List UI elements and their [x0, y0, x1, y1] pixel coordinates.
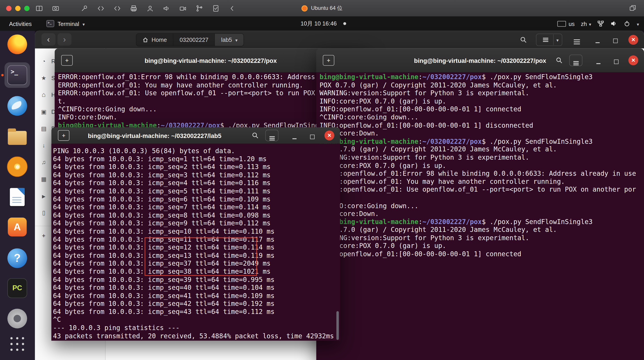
gnome-top-bar: Activities Terminal 10月 10 16:46 us zh — [0, 16, 644, 31]
dock-item-ubuntu-software[interactable] — [4, 214, 30, 240]
pycharm-icon — [8, 278, 27, 298]
document-check-icon[interactable] — [212, 4, 220, 12]
breadcrumb-folder-lab5[interactable]: lab5 — [215, 34, 244, 46]
dock-item-show-applications[interactable] — [4, 331, 30, 357]
minimize-button[interactable] — [592, 35, 602, 44]
back-button[interactable] — [42, 33, 56, 46]
breadcrumb-home[interactable]: Home — [136, 34, 174, 46]
app-menu-label: Terminal — [58, 20, 79, 27]
terminal-line: 64 bytes from 10.0.0.3: icmp_seq=3 ttl=6… — [53, 171, 340, 179]
terminal-headerbar[interactable]: bing@bing-virtual-machine: ~/032002227/l… — [52, 127, 340, 144]
recent-icon — [40, 58, 47, 64]
volume-icon — [610, 20, 618, 27]
scrollbar[interactable] — [336, 311, 339, 340]
close-button[interactable] — [628, 56, 638, 65]
video-camera-icon[interactable] — [179, 4, 187, 12]
files-headerbar[interactable]: Home 032002227 lab5 — [35, 31, 644, 49]
vm-title-text: Ubuntu 64 位 — [311, 4, 342, 12]
macos-fullscreen-button[interactable] — [24, 6, 30, 11]
terminal-line: 64 bytes from 10.0.0.3: icmp_seq=7 ttl=6… — [53, 203, 340, 211]
terminal-line: POX 0.7.0 (gar) / Copyright 2011-2020 Ja… — [320, 226, 644, 234]
show-applications-icon — [9, 336, 26, 352]
terminal-line: 64 bytes from 10.0.0.3: icmp_seq=10 ttl=… — [53, 228, 340, 236]
system-status-area[interactable]: us zh — [558, 16, 639, 31]
close-button[interactable] — [324, 130, 334, 140]
rhythmbox-icon — [7, 156, 28, 177]
files-menu-button[interactable] — [574, 39, 580, 40]
dock-item-files[interactable] — [4, 124, 30, 149]
terminal-title: bing@bing-virtual-machine: ~/032002227/l… — [68, 127, 242, 144]
macos-minimize-button[interactable] — [15, 6, 20, 11]
window-restore-icon[interactable] — [629, 4, 636, 14]
keyboard-icon — [558, 21, 566, 26]
chevron-down-icon — [589, 20, 591, 27]
clock[interactable]: 10月 10 16:46 — [300, 16, 346, 31]
documents-icon — [40, 125, 47, 132]
chevron-down-icon — [637, 20, 639, 27]
maximize-button[interactable] — [611, 56, 621, 65]
dock-item-help[interactable] — [4, 246, 30, 271]
wrench-icon[interactable] — [80, 4, 88, 12]
terminal-headerbar[interactable]: bing@bing-virtual-machine: ~/032002227/p… — [316, 48, 644, 73]
search-button[interactable] — [520, 36, 527, 43]
new-tab-button[interactable] — [323, 55, 334, 66]
macos-close-button[interactable] — [6, 6, 12, 11]
back-chevron-icon[interactable] — [228, 4, 236, 12]
terminal-menu-button[interactable] — [569, 54, 582, 66]
search-button[interactable] — [556, 57, 562, 64]
thunderbird-icon — [8, 96, 27, 116]
terminal-line: bing@bing-virtual-machine:~/032002227/po… — [320, 218, 644, 226]
maximize-button[interactable] — [610, 35, 620, 44]
macos-traffic-lights — [6, 6, 30, 11]
libreoffice-writer-icon — [10, 188, 24, 206]
code-chevrons-icon[interactable] — [97, 4, 105, 12]
trash-icon — [40, 209, 47, 216]
dock-item-pycharm[interactable] — [4, 276, 30, 301]
terminal-line: bing@bing-virtual-machine:~/032002227/po… — [320, 73, 644, 81]
printer-icon[interactable] — [130, 4, 138, 12]
dock-item-firefox[interactable] — [4, 32, 30, 57]
terminal-line: t. — [320, 194, 644, 202]
dock-item-terminal[interactable] — [4, 62, 30, 88]
terminal-output[interactable]: bing@bing-virtual-machine:~/032002227/po… — [316, 72, 644, 360]
dock-item-settings[interactable] — [4, 306, 30, 332]
new-tab-button[interactable] — [61, 55, 73, 66]
annotation-rectangle — [145, 237, 257, 276]
terminal-line: ^C — [53, 316, 340, 324]
search-button[interactable] — [252, 132, 259, 139]
terminal-line: PING 10.0.0.3 (10.0.0.3) 56(84) bytes of… — [53, 147, 340, 155]
branch-icon[interactable] — [196, 4, 203, 12]
app-menu[interactable]: Terminal — [46, 16, 85, 31]
terminal-icon — [8, 65, 27, 85]
files-icon — [8, 131, 26, 145]
dock-item-rhythmbox[interactable] — [4, 154, 30, 179]
terminal-line: 64 bytes from 10.0.0.3: icmp_seq=1 ttl=6… — [53, 155, 340, 163]
forward-button[interactable] — [58, 33, 71, 46]
activities-button[interactable]: Activities — [6, 16, 34, 31]
maximize-button[interactable] — [307, 130, 317, 140]
terminal-app-icon — [46, 20, 54, 27]
list-view-icon — [543, 38, 548, 38]
view-options-button[interactable] — [536, 34, 562, 46]
breadcrumb-folder-032002227[interactable]: 032002227 — [174, 34, 215, 46]
code-chevrons-icon-2[interactable] — [113, 4, 121, 12]
keyboard-layout-indicator[interactable]: us — [558, 20, 575, 27]
macos-titlebar: Ubuntu 64 位 — [0, 0, 644, 16]
starred-icon — [40, 74, 47, 81]
chevron-down-icon — [556, 36, 558, 44]
settings-icon — [8, 309, 27, 328]
terminal-line: WARNING:version:Support for Python 3 is … — [320, 154, 644, 162]
minimize-button[interactable] — [290, 130, 300, 140]
close-button[interactable] — [628, 35, 638, 44]
minimize-button[interactable] — [594, 56, 603, 65]
terminal-menu-button[interactable] — [266, 130, 278, 141]
dock-item-libreoffice-writer[interactable] — [4, 184, 30, 210]
layout-panes-icon[interactable] — [35, 4, 43, 12]
recording-indicator-dot — [343, 22, 346, 25]
speaker-icon[interactable] — [162, 4, 170, 12]
terminal-line: 64 bytes from 10.0.0.3: icmp_seq=41 ttl=… — [53, 292, 340, 300]
screenshot-icon[interactable] — [52, 4, 60, 12]
dock-item-thunderbird[interactable] — [4, 93, 30, 119]
input-method-indicator[interactable]: zh — [581, 20, 591, 27]
contact-icon[interactable] — [146, 4, 154, 12]
